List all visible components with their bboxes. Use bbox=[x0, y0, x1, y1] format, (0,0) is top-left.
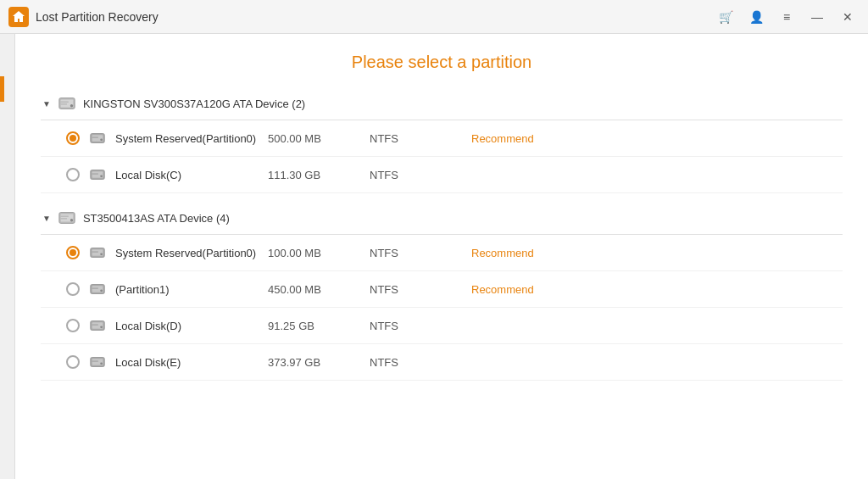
partition-drive-icon-0-1 bbox=[88, 165, 107, 184]
partition-size-0-0: 500.00 MB bbox=[268, 132, 370, 145]
partition-recommend-1-0: Recommend bbox=[471, 247, 843, 259]
partition-size-1-2: 91.25 GB bbox=[268, 320, 370, 332]
svg-point-2 bbox=[70, 104, 73, 107]
radio-btn-0-1[interactable] bbox=[66, 168, 80, 181]
disk-drive-icon-1 bbox=[58, 209, 76, 227]
partition-row-1-3[interactable]: Local Disk(E) 373.97 GB NTFS bbox=[41, 344, 843, 381]
partition-drive-icon-0-0 bbox=[88, 129, 107, 148]
partition-row-0-1[interactable]: Local Disk(C) 111.30 GB NTFS bbox=[41, 157, 843, 193]
partition-row-1-1[interactable]: (Partition1) 450.00 MB NTFS Recommend bbox=[41, 271, 843, 308]
disk-group-1: ▼ ST3500413AS ATA Device (4) System Rese… bbox=[41, 202, 843, 381]
radio-btn-1-3[interactable] bbox=[66, 355, 80, 369]
partition-fs-0-0: NTFS bbox=[370, 132, 471, 145]
partition-name-0-0: System Reserved(Partition0) bbox=[115, 132, 268, 145]
partition-fs-1-1: NTFS bbox=[370, 283, 471, 296]
partition-size-1-1: 450.00 MB bbox=[268, 283, 370, 296]
partition-fs-1-3: NTFS bbox=[370, 356, 471, 369]
radio-btn-1-2[interactable] bbox=[66, 319, 80, 332]
svg-point-24 bbox=[100, 289, 103, 292]
radio-btn-1-0[interactable] bbox=[66, 246, 80, 259]
minimize-button[interactable]: — bbox=[805, 5, 829, 29]
content-area: Please select a partition ▼ KINGSTON SV3… bbox=[15, 34, 868, 479]
radio-btn-1-1[interactable] bbox=[66, 282, 80, 296]
window-controls: 🛒 👤 ≡ — ✕ bbox=[714, 5, 860, 29]
partition-size-0-1: 111.30 GB bbox=[268, 169, 370, 181]
titlebar: Lost Partition Recovery 🛒 👤 ≡ — ✕ bbox=[0, 0, 868, 34]
disk-header-1[interactable]: ▼ ST3500413AS ATA Device (4) bbox=[41, 202, 843, 235]
app-icon bbox=[8, 7, 29, 27]
partition-row-1-0[interactable]: System Reserved(Partition0) 100.00 MB NT… bbox=[41, 235, 843, 271]
partition-drive-icon-1-2 bbox=[88, 316, 107, 335]
partition-name-1-0: System Reserved(Partition0) bbox=[115, 247, 268, 259]
disk-name-0: KINGSTON SV300S37A120G ATA Device (2) bbox=[83, 97, 305, 110]
partition-recommend-1-1: Recommend bbox=[471, 283, 843, 296]
partition-fs-1-0: NTFS bbox=[370, 247, 471, 259]
disk-groups-container: ▼ KINGSTON SV300S37A120G ATA Device (2) … bbox=[41, 87, 843, 381]
radio-btn-0-0[interactable] bbox=[66, 131, 80, 145]
partition-recommend-0-0: Recommend bbox=[471, 132, 843, 145]
close-button[interactable]: ✕ bbox=[836, 5, 860, 29]
svg-point-15 bbox=[70, 219, 73, 221]
svg-point-28 bbox=[100, 326, 103, 328]
disk-drive-icon-0 bbox=[58, 94, 76, 113]
svg-point-20 bbox=[100, 253, 103, 255]
disk-group-0: ▼ KINGSTON SV300S37A120G ATA Device (2) … bbox=[41, 87, 843, 193]
disk-arrow-1: ▼ bbox=[42, 214, 51, 223]
partition-name-1-2: Local Disk(D) bbox=[115, 320, 268, 332]
user-button[interactable]: 👤 bbox=[744, 5, 768, 29]
svg-point-32 bbox=[100, 362, 103, 365]
partition-name-1-1: (Partition1) bbox=[115, 283, 268, 296]
partition-size-1-0: 100.00 MB bbox=[268, 247, 370, 259]
partition-name-1-3: Local Disk(E) bbox=[115, 356, 268, 369]
partition-row-0-0[interactable]: System Reserved(Partition0) 500.00 MB NT… bbox=[41, 120, 843, 157]
partition-size-1-3: 373.97 GB bbox=[268, 356, 370, 369]
disk-arrow-0: ▼ bbox=[42, 99, 51, 109]
app-title: Lost Partition Recovery bbox=[36, 10, 714, 24]
partition-fs-0-1: NTFS bbox=[370, 169, 471, 181]
disk-header-0[interactable]: ▼ KINGSTON SV300S37A120G ATA Device (2) bbox=[41, 87, 843, 120]
partition-drive-icon-1-1 bbox=[88, 280, 107, 298]
partition-row-1-2[interactable]: Local Disk(D) 91.25 GB NTFS bbox=[41, 308, 843, 344]
disk-name-1: ST3500413AS ATA Device (4) bbox=[83, 212, 230, 225]
sidebar-strip bbox=[0, 34, 15, 479]
partition-fs-1-2: NTFS bbox=[370, 320, 471, 332]
svg-point-7 bbox=[100, 138, 103, 141]
partition-drive-icon-1-3 bbox=[88, 353, 107, 371]
partition-drive-icon-1-0 bbox=[88, 243, 107, 262]
main-container: Please select a partition ▼ KINGSTON SV3… bbox=[0, 34, 868, 479]
menu-button[interactable]: ≡ bbox=[775, 5, 798, 29]
page-heading: Please select a partition bbox=[41, 34, 843, 87]
svg-point-11 bbox=[100, 175, 103, 177]
cart-button[interactable]: 🛒 bbox=[714, 5, 737, 29]
partition-name-0-1: Local Disk(C) bbox=[115, 169, 268, 181]
sidebar-accent bbox=[0, 76, 4, 102]
